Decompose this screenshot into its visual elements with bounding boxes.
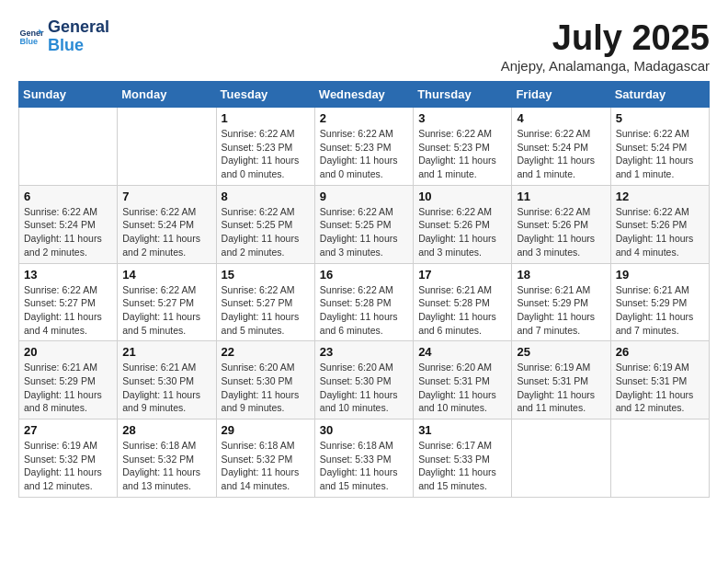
day-number: 9: [320, 190, 408, 203]
day-number: 10: [418, 190, 506, 203]
day-number: 2: [320, 111, 408, 125]
calendar-cell: 14Sunrise: 6:22 AM Sunset: 5:27 PM Dayli…: [118, 263, 216, 341]
day-number: 12: [616, 190, 704, 203]
day-info: Sunrise: 6:22 AM Sunset: 5:26 PM Dayligh…: [517, 205, 605, 259]
day-header-monday: Monday: [118, 82, 216, 108]
day-number: 25: [517, 345, 605, 359]
day-info: Sunrise: 6:19 AM Sunset: 5:31 PM Dayligh…: [517, 361, 605, 415]
svg-text:Blue: Blue: [19, 37, 38, 46]
day-number: 15: [222, 268, 310, 282]
day-info: Sunrise: 6:18 AM Sunset: 5:33 PM Dayligh…: [320, 439, 408, 493]
day-info: Sunrise: 6:20 AM Sunset: 5:30 PM Dayligh…: [222, 361, 310, 415]
calendar-week-5: 27Sunrise: 6:19 AM Sunset: 5:32 PM Dayli…: [19, 419, 710, 498]
day-header-tuesday: Tuesday: [216, 82, 314, 108]
calendar-cell: [512, 419, 610, 498]
day-info: Sunrise: 6:22 AM Sunset: 5:28 PM Dayligh…: [320, 283, 408, 338]
day-info: Sunrise: 6:21 AM Sunset: 5:28 PM Dayligh…: [418, 283, 506, 338]
calendar-week-4: 20Sunrise: 6:21 AM Sunset: 5:29 PM Dayli…: [19, 341, 710, 419]
calendar-cell: 1Sunrise: 6:22 AM Sunset: 5:23 PM Daylig…: [216, 108, 314, 186]
day-number: 5: [616, 111, 704, 125]
day-info: Sunrise: 6:22 AM Sunset: 5:27 PM Dayligh…: [122, 283, 210, 338]
day-number: 1: [222, 111, 310, 125]
calendar-cell: 3Sunrise: 6:22 AM Sunset: 5:23 PM Daylig…: [414, 108, 512, 186]
calendar-header-row: SundayMondayTuesdayWednesdayThursdayFrid…: [19, 82, 710, 108]
calendar-week-3: 13Sunrise: 6:22 AM Sunset: 5:27 PM Dayli…: [19, 263, 710, 341]
day-info: Sunrise: 6:22 AM Sunset: 5:24 PM Dayligh…: [517, 127, 605, 181]
logo-line1: General: [48, 18, 109, 37]
day-header-sunday: Sunday: [19, 82, 118, 108]
day-info: Sunrise: 6:21 AM Sunset: 5:29 PM Dayligh…: [517, 283, 605, 338]
calendar-cell: 6Sunrise: 6:22 AM Sunset: 5:24 PM Daylig…: [19, 185, 118, 263]
day-number: 6: [24, 190, 112, 203]
day-info: Sunrise: 6:22 AM Sunset: 5:27 PM Dayligh…: [222, 283, 310, 338]
page-header: General Blue General Blue July 2025 Anje…: [18, 18, 710, 74]
day-number: 7: [122, 190, 210, 203]
day-number: 26: [616, 345, 704, 359]
day-header-thursday: Thursday: [414, 82, 512, 108]
day-number: 19: [616, 268, 704, 282]
logo-icon: General Blue: [18, 24, 44, 50]
calendar-cell: 19Sunrise: 6:21 AM Sunset: 5:29 PM Dayli…: [610, 263, 709, 341]
calendar-cell: 17Sunrise: 6:21 AM Sunset: 5:28 PM Dayli…: [414, 263, 512, 341]
day-info: Sunrise: 6:22 AM Sunset: 5:23 PM Dayligh…: [320, 127, 408, 181]
calendar-cell: 9Sunrise: 6:22 AM Sunset: 5:25 PM Daylig…: [314, 185, 413, 263]
title-block: July 2025 Anjepy, Analamanga, Madagascar: [501, 18, 710, 74]
calendar-cell: 11Sunrise: 6:22 AM Sunset: 5:26 PM Dayli…: [512, 185, 610, 263]
day-number: 23: [320, 345, 408, 359]
day-info: Sunrise: 6:21 AM Sunset: 5:29 PM Dayligh…: [616, 283, 704, 338]
location-subtitle: Anjepy, Analamanga, Madagascar: [501, 58, 710, 74]
calendar-cell: 15Sunrise: 6:22 AM Sunset: 5:27 PM Dayli…: [216, 263, 314, 341]
day-number: 3: [418, 111, 506, 125]
calendar-cell: 8Sunrise: 6:22 AM Sunset: 5:25 PM Daylig…: [216, 185, 314, 263]
month-title: July 2025: [501, 18, 710, 58]
calendar-table: SundayMondayTuesdayWednesdayThursdayFrid…: [18, 81, 710, 498]
calendar-cell: [19, 108, 118, 186]
calendar-cell: 5Sunrise: 6:22 AM Sunset: 5:24 PM Daylig…: [610, 108, 709, 186]
calendar-cell: 7Sunrise: 6:22 AM Sunset: 5:24 PM Daylig…: [118, 185, 216, 263]
day-info: Sunrise: 6:22 AM Sunset: 5:25 PM Dayligh…: [222, 205, 310, 259]
day-info: Sunrise: 6:22 AM Sunset: 5:24 PM Dayligh…: [122, 205, 210, 259]
calendar-cell: 12Sunrise: 6:22 AM Sunset: 5:26 PM Dayli…: [610, 185, 709, 263]
day-info: Sunrise: 6:20 AM Sunset: 5:30 PM Dayligh…: [320, 361, 408, 415]
day-info: Sunrise: 6:21 AM Sunset: 5:30 PM Dayligh…: [122, 361, 210, 415]
day-number: 13: [24, 268, 112, 282]
calendar-cell: 28Sunrise: 6:18 AM Sunset: 5:32 PM Dayli…: [118, 419, 216, 498]
day-number: 27: [24, 423, 112, 437]
calendar-cell: 2Sunrise: 6:22 AM Sunset: 5:23 PM Daylig…: [314, 108, 413, 186]
day-header-wednesday: Wednesday: [314, 82, 413, 108]
calendar-cell: [118, 108, 216, 186]
calendar-cell: 13Sunrise: 6:22 AM Sunset: 5:27 PM Dayli…: [19, 263, 118, 341]
day-info: Sunrise: 6:22 AM Sunset: 5:23 PM Dayligh…: [418, 127, 506, 181]
day-number: 24: [418, 345, 506, 359]
day-info: Sunrise: 6:18 AM Sunset: 5:32 PM Dayligh…: [222, 439, 310, 493]
day-number: 30: [320, 423, 408, 437]
day-info: Sunrise: 6:22 AM Sunset: 5:23 PM Dayligh…: [222, 127, 310, 181]
logo: General Blue General Blue: [18, 18, 109, 55]
calendar-cell: 4Sunrise: 6:22 AM Sunset: 5:24 PM Daylig…: [512, 108, 610, 186]
day-info: Sunrise: 6:22 AM Sunset: 5:25 PM Dayligh…: [320, 205, 408, 259]
calendar-cell: 27Sunrise: 6:19 AM Sunset: 5:32 PM Dayli…: [19, 419, 118, 498]
day-number: 8: [222, 190, 310, 203]
calendar-cell: 24Sunrise: 6:20 AM Sunset: 5:31 PM Dayli…: [414, 341, 512, 419]
day-number: 14: [122, 268, 210, 282]
day-number: 31: [418, 423, 506, 437]
day-number: 29: [222, 423, 310, 437]
day-number: 20: [24, 345, 112, 359]
calendar-week-2: 6Sunrise: 6:22 AM Sunset: 5:24 PM Daylig…: [19, 185, 710, 263]
day-info: Sunrise: 6:17 AM Sunset: 5:33 PM Dayligh…: [418, 439, 506, 493]
day-number: 28: [122, 423, 210, 437]
calendar-week-1: 1Sunrise: 6:22 AM Sunset: 5:23 PM Daylig…: [19, 108, 710, 186]
day-info: Sunrise: 6:22 AM Sunset: 5:24 PM Dayligh…: [24, 205, 112, 259]
day-info: Sunrise: 6:21 AM Sunset: 5:29 PM Dayligh…: [24, 361, 112, 415]
day-info: Sunrise: 6:19 AM Sunset: 5:31 PM Dayligh…: [616, 361, 704, 415]
day-number: 21: [122, 345, 210, 359]
calendar-cell: 31Sunrise: 6:17 AM Sunset: 5:33 PM Dayli…: [414, 419, 512, 498]
day-info: Sunrise: 6:22 AM Sunset: 5:27 PM Dayligh…: [24, 283, 112, 338]
day-info: Sunrise: 6:20 AM Sunset: 5:31 PM Dayligh…: [418, 361, 506, 415]
day-info: Sunrise: 6:19 AM Sunset: 5:32 PM Dayligh…: [24, 439, 112, 493]
day-number: 22: [222, 345, 310, 359]
calendar-cell: 10Sunrise: 6:22 AM Sunset: 5:26 PM Dayli…: [414, 185, 512, 263]
day-number: 18: [517, 268, 605, 282]
day-info: Sunrise: 6:22 AM Sunset: 5:26 PM Dayligh…: [616, 205, 704, 259]
day-number: 4: [517, 111, 605, 125]
